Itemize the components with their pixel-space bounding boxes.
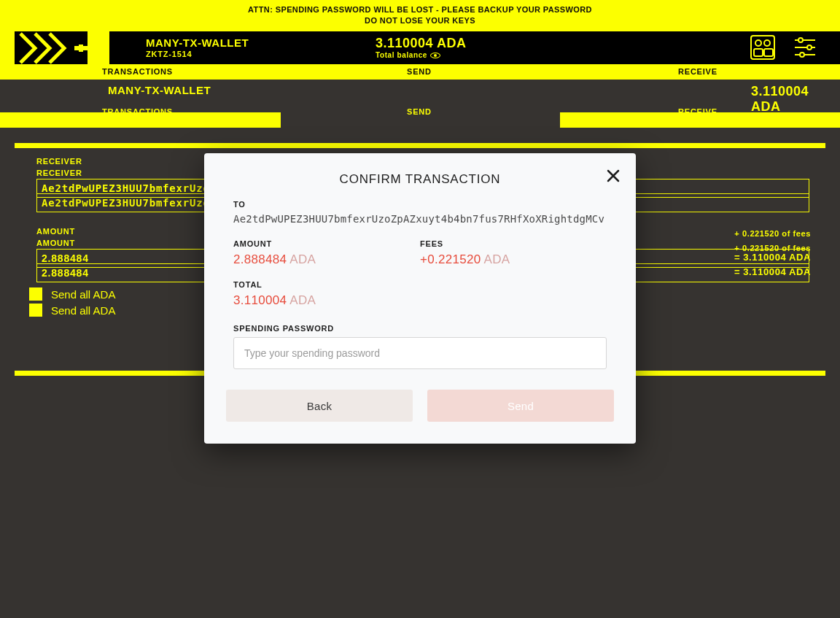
svg-point-8 xyxy=(798,38,803,42)
balance-amount-ghost: 3.110004 ADA xyxy=(751,84,809,115)
tab-receive[interactable]: RECEIVE xyxy=(678,67,718,76)
eye-icon[interactable] xyxy=(430,53,440,58)
modal-amount-value: 2.888484 xyxy=(233,252,287,266)
settings-icon[interactable] xyxy=(792,33,818,62)
warning-banner: ATTN: SPENDING PASSWORD WILL BE LOST - P… xyxy=(0,0,840,31)
wallet-subtitle: ZKTZ-1514 xyxy=(146,50,249,58)
svg-rect-6 xyxy=(764,49,773,56)
to-label: TO xyxy=(233,200,607,209)
send-all-group: Send all ADA Send all ADA xyxy=(29,287,115,317)
tab-bar: TRANSACTIONS SEND RECEIVE xyxy=(0,64,840,80)
send-button[interactable]: Send xyxy=(427,390,614,422)
modal-fees-unit: ADA xyxy=(484,252,510,266)
banner-line-2: DO NOT LOSE YOUR KEYS xyxy=(0,15,840,26)
svg-point-4 xyxy=(764,40,770,46)
wallet-name-ghost: MANY-TX-WALLET xyxy=(108,84,211,96)
total-label: = 3.110004 ADA xyxy=(734,252,811,263)
send-all-checkbox[interactable] xyxy=(29,287,42,301)
to-address: Ae2tdPwUPEZ3HUU7bmfexrUzoZpAZxuyt4b4bn7f… xyxy=(233,213,607,225)
confirm-transaction-modal: CONFIRM TRANSACTION TO Ae2tdPwUPEZ3HUU7b… xyxy=(204,153,636,444)
modal-fees-label: FEES xyxy=(420,239,607,248)
modal-fees-value: +0.221520 xyxy=(420,252,481,266)
modal-amount-unit: ADA xyxy=(289,252,316,266)
svg-point-3 xyxy=(755,40,761,46)
tab-send[interactable]: SEND xyxy=(407,67,432,76)
svg-rect-1 xyxy=(79,45,83,52)
balance-label: Total balance xyxy=(376,51,427,59)
decor-strip xyxy=(0,112,281,128)
banner-line-1: ATTN: SPENDING PASSWORD WILL BE LOST - P… xyxy=(0,4,840,15)
tab-transactions[interactable]: TRANSACTIONS xyxy=(102,67,173,76)
modal-title: CONFIRM TRANSACTION xyxy=(226,172,614,187)
modal-amount-label: AMOUNT xyxy=(233,239,420,248)
decor-strip xyxy=(15,143,825,148)
wallet-name: MANY-TX-WALLET xyxy=(146,36,249,49)
send-all-label-ghost: Send all ADA xyxy=(51,304,115,317)
wallet-header: MANY-TX-WALLET MANY-TX-WALLET ZKTZ-1514 … xyxy=(0,31,840,64)
close-icon[interactable] xyxy=(605,168,621,184)
send-all-label: Send all ADA xyxy=(51,288,115,301)
back-button[interactable]: Back xyxy=(226,390,413,422)
svg-rect-5 xyxy=(754,49,763,56)
decor-strip xyxy=(560,112,840,128)
svg-point-12 xyxy=(800,53,804,57)
total-label-ghost: = 3.110004 ADA xyxy=(734,266,811,277)
fee-label: + 0.221520 of fees xyxy=(734,229,811,238)
modal-total-unit: ADA xyxy=(289,293,316,307)
tab-send-ghost: SEND xyxy=(407,107,432,116)
modal-total-label: TOTAL xyxy=(233,280,607,289)
svg-point-10 xyxy=(807,45,812,50)
app-logo-icon xyxy=(15,31,88,64)
balance-amount: 3.110004 ADA xyxy=(376,36,466,51)
modal-total-value: 3.110004 xyxy=(233,293,287,307)
account-icon[interactable] xyxy=(750,33,776,62)
send-all-checkbox-ghost xyxy=(29,304,42,317)
spending-password-label: SPENDING PASSWORD xyxy=(233,324,607,333)
spending-password-input[interactable] xyxy=(233,337,607,369)
